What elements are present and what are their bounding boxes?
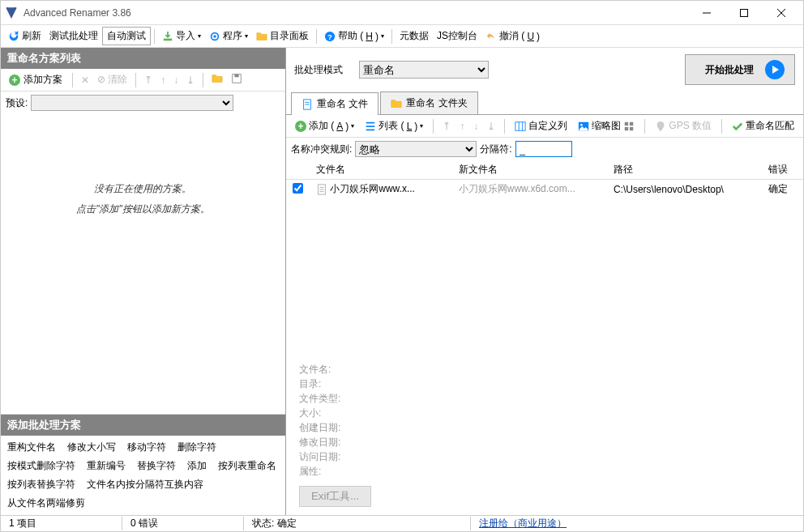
autotest-button[interactable]: 自动测试 bbox=[102, 27, 151, 45]
separator bbox=[72, 73, 73, 87]
svg-rect-1 bbox=[741, 9, 748, 16]
gear-icon bbox=[209, 31, 220, 42]
file-toolbar: + 添加 (A) ▾ 列表 (L) ▾ ⤒ ↑ ↓ ⤓ 自定义列 缩略图 bbox=[286, 115, 803, 138]
program-button[interactable]: 程序▾ bbox=[205, 28, 252, 45]
move-top-button: ⤒ bbox=[439, 118, 454, 134]
col-check[interactable] bbox=[286, 160, 310, 180]
add-file-button[interactable]: + 添加 (A) ▾ bbox=[291, 117, 358, 134]
method-link[interactable]: 按列表替换字符 bbox=[7, 478, 75, 492]
move-up-button: ↑ bbox=[157, 72, 169, 88]
method-link[interactable]: 移动字符 bbox=[127, 440, 166, 454]
pin-icon bbox=[655, 121, 666, 132]
info-filename: 文件名: bbox=[299, 363, 790, 377]
svg-rect-10 bbox=[235, 74, 239, 78]
metadata-button[interactable]: 元数据 bbox=[396, 28, 433, 45]
gps-button: GPS 数值 bbox=[651, 117, 716, 134]
thumbnail-button[interactable]: 缩略图 bbox=[574, 117, 639, 134]
mode-bar: 批处理模式 重命名 开始批处理 bbox=[286, 48, 803, 92]
testbatch-button[interactable]: 测试批处理 bbox=[45, 28, 102, 45]
preset-label: 预设: bbox=[6, 96, 28, 110]
info-attrs: 属性: bbox=[299, 465, 790, 479]
add-scheme-button[interactable]: + 添加方案 bbox=[4, 71, 67, 88]
svg-point-6 bbox=[213, 35, 216, 38]
file-table-wrap: 文件名 新文件名 路径 错误 小刀娱乐网www.x... 小刀娱乐网www.x6… bbox=[286, 160, 803, 354]
conflict-rule-row: 名称冲突规则: 忽略 分隔符: bbox=[286, 138, 803, 160]
method-link[interactable]: 重构文件名 bbox=[7, 440, 56, 454]
open-folder-button[interactable] bbox=[208, 70, 226, 89]
tabs-row: 重命名 文件 重命名 文件夹 bbox=[286, 92, 803, 115]
method-link[interactable]: 删除字符 bbox=[177, 440, 216, 454]
row-error: 确定 bbox=[762, 180, 803, 199]
col-newfilename[interactable]: 新文件名 bbox=[452, 160, 607, 180]
program-label: 程序 bbox=[223, 29, 242, 43]
file-info-panel: 文件名: 目录: 文件类型: 大小: 创建日期: 修改日期: 访问日期: 属性:… bbox=[286, 354, 803, 515]
start-batch-button[interactable]: 开始批处理 bbox=[685, 54, 795, 85]
dirpanel-label: 目录面板 bbox=[270, 29, 309, 43]
main-toolbar: 刷新 测试批处理 自动测试 导入▾ 程序▾ 目录面板 ? 帮助 (H) ▾ 元数… bbox=[1, 25, 803, 48]
method-link[interactable]: 从文件名两端修剪 bbox=[7, 496, 85, 510]
separator bbox=[504, 119, 505, 134]
method-link[interactable]: 文件名内按分隔符互换内容 bbox=[87, 478, 203, 492]
file-icon bbox=[302, 99, 313, 110]
folder-icon bbox=[212, 73, 223, 84]
file-table: 文件名 新文件名 路径 错误 小刀娱乐网www.x... 小刀娱乐网www.x6… bbox=[286, 160, 803, 198]
file-icon bbox=[316, 184, 327, 195]
row-newname: 小刀娱乐网www.x6d.com... bbox=[452, 180, 607, 199]
separator bbox=[721, 119, 722, 134]
svg-rect-21 bbox=[625, 126, 628, 130]
info-dir: 目录: bbox=[299, 377, 790, 391]
svg-rect-20 bbox=[630, 121, 633, 125]
method-link[interactable]: 替换字符 bbox=[137, 459, 176, 473]
rule-label: 名称冲突规则: bbox=[291, 143, 352, 156]
mode-select[interactable]: 重命名 bbox=[359, 61, 489, 79]
folder-icon bbox=[256, 31, 267, 42]
method-link[interactable]: 添加 bbox=[187, 459, 207, 473]
list-button[interactable]: 列表 (L) ▾ bbox=[361, 117, 427, 134]
undo-button[interactable]: 撤消 (U) bbox=[481, 28, 544, 45]
info-type: 文件类型: bbox=[299, 392, 790, 406]
import-button[interactable]: 导入▾ bbox=[158, 28, 205, 45]
maximize-button[interactable] bbox=[725, 2, 763, 24]
clear-schemes-button: ⊘ 清除 bbox=[94, 70, 130, 89]
dirpanel-button[interactable]: 目录面板 bbox=[252, 28, 313, 45]
close-button[interactable] bbox=[763, 2, 800, 24]
method-link[interactable]: 重新编号 bbox=[87, 459, 126, 473]
move-bottom-button: ⤓ bbox=[183, 72, 198, 88]
method-link[interactable]: 按模式删除字符 bbox=[7, 459, 75, 473]
help-button[interactable]: ? 帮助 (H) ▾ bbox=[320, 28, 388, 45]
preset-select[interactable] bbox=[31, 95, 233, 111]
match-rename-button[interactable]: 重命名匹配 bbox=[728, 117, 798, 134]
svg-text:?: ? bbox=[327, 32, 332, 40]
table-row[interactable]: 小刀娱乐网www.x... 小刀娱乐网www.x6d.com... C:\Use… bbox=[286, 180, 803, 199]
method-link[interactable]: 修改大小写 bbox=[67, 440, 116, 454]
play-icon bbox=[765, 60, 785, 79]
status-items: 1 项目 bbox=[1, 517, 122, 530]
col-error[interactable]: 错误 bbox=[762, 160, 803, 180]
save-button[interactable] bbox=[228, 70, 246, 89]
conflict-rule-select[interactable]: 忽略 bbox=[355, 141, 477, 157]
delete-scheme-button: ✕ bbox=[78, 72, 92, 88]
undo-icon bbox=[485, 31, 497, 42]
status-bar: 1 项目 0 错误 状态: 确定 注册给（商业用途） bbox=[1, 515, 803, 531]
jsconsole-button[interactable]: JS控制台 bbox=[433, 28, 481, 45]
col-filename[interactable]: 文件名 bbox=[310, 160, 452, 180]
separator bbox=[644, 119, 645, 134]
separator-input[interactable] bbox=[515, 141, 572, 157]
register-link[interactable]: 注册给（商业用途） bbox=[471, 517, 592, 530]
tab-rename-files[interactable]: 重命名 文件 bbox=[291, 92, 378, 115]
import-label: 导入 bbox=[176, 29, 195, 43]
metadata-label: 元数据 bbox=[400, 29, 429, 43]
folder-icon bbox=[391, 98, 402, 109]
thumb-config-icon bbox=[623, 121, 635, 132]
refresh-label: 刷新 bbox=[22, 29, 41, 43]
row-checkbox[interactable] bbox=[293, 183, 303, 194]
method-link[interactable]: 按列表重命名 bbox=[218, 459, 276, 473]
check-icon bbox=[732, 121, 743, 132]
status-errors: 0 错误 bbox=[122, 517, 244, 530]
custom-col-button[interactable]: 自定义列 bbox=[511, 117, 571, 134]
minimize-button[interactable] bbox=[688, 2, 725, 24]
col-path[interactable]: 路径 bbox=[607, 160, 762, 180]
tab-rename-folders[interactable]: 重命名 文件夹 bbox=[380, 92, 477, 114]
move-down-button: ↓ bbox=[170, 72, 182, 88]
refresh-button[interactable]: 刷新 bbox=[4, 28, 45, 45]
